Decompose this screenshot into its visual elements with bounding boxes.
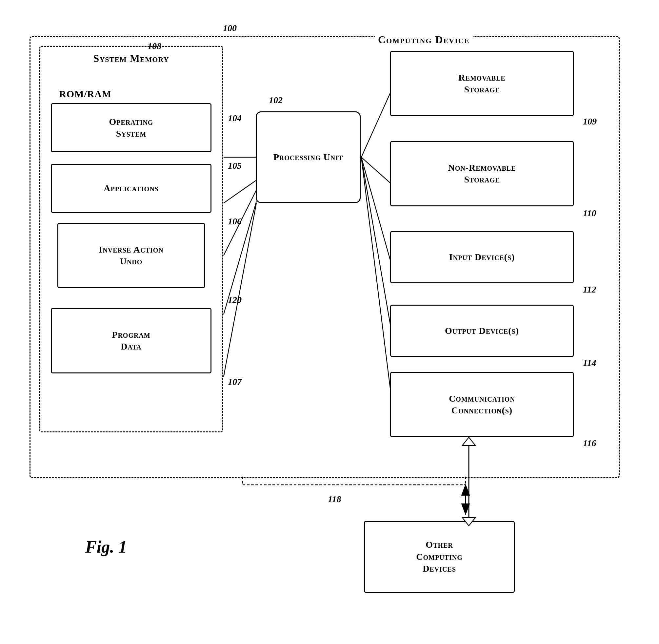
output-devices-box: Output Device(s) (390, 305, 574, 357)
operating-system-box: OperatingSystem (51, 103, 212, 152)
double-arrow-svg (436, 436, 502, 527)
system-memory-title: System Memory (44, 52, 218, 65)
ref-109: 109 (583, 116, 597, 127)
svg-marker-21 (462, 437, 476, 445)
ref-106: 106 (228, 216, 242, 227)
processing-unit-box: Processing Unit (256, 111, 361, 203)
output-devices-label: Output Device(s) (445, 325, 519, 337)
inverse-action-undo-label: Inverse ActionUndo (99, 244, 163, 268)
processing-unit-label: Processing Unit (273, 151, 343, 163)
communication-connections-label: CommunicationConnection(s) (449, 393, 515, 417)
svg-marker-22 (462, 518, 476, 526)
ref-120: 120 (228, 295, 242, 305)
input-devices-label: Input Device(s) (449, 251, 515, 263)
ref-100: 100 (223, 23, 237, 33)
rom-ram-label: ROM/RAM (59, 88, 111, 99)
ref-102: 102 (269, 95, 283, 106)
removable-storage-box: RemovableStorage (390, 51, 574, 116)
ref-107: 107 (228, 377, 242, 387)
ref-105: 105 (228, 161, 242, 171)
non-removable-storage-box: Non-RemovableStorage (390, 141, 574, 206)
non-removable-storage-label: Non-RemovableStorage (448, 162, 516, 186)
operating-system-label: OperatingSystem (109, 116, 153, 140)
ref-112: 112 (583, 284, 596, 295)
program-data-label: ProgramData (112, 329, 150, 353)
ref-110: 110 (583, 208, 596, 218)
diagram-container: Computing Device 100 108 System Memory R… (20, 20, 636, 593)
communication-connections-box: CommunicationConnection(s) (390, 372, 574, 437)
ref-116: 116 (583, 438, 596, 448)
fig-label: Fig. 1 (85, 537, 127, 556)
ref-114: 114 (583, 358, 596, 368)
ref-104: 104 (228, 113, 242, 123)
other-computing-devices-box: OtherComputingDevices (364, 521, 515, 593)
removable-storage-label: RemovableStorage (458, 72, 505, 96)
input-devices-box: Input Device(s) (390, 231, 574, 283)
ref-118: 118 (328, 494, 341, 504)
program-data-box: ProgramData (51, 308, 212, 373)
applications-box: Applications (51, 164, 212, 213)
computing-device-label: Computing Device (375, 34, 473, 46)
other-computing-devices-label: OtherComputingDevices (416, 539, 462, 575)
applications-label: Applications (104, 182, 158, 194)
inverse-action-undo-box: Inverse ActionUndo (58, 223, 205, 288)
